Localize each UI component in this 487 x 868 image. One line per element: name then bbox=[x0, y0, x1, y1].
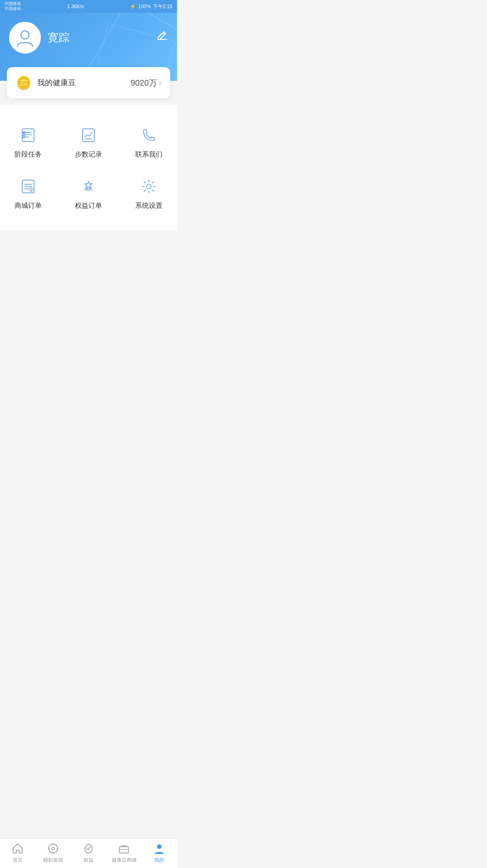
rights-order-label: 权益订单 bbox=[75, 201, 102, 210]
system-settings-icon bbox=[139, 177, 158, 196]
shop-order-icon bbox=[19, 177, 38, 196]
status-right: ⚡ 100% 下午2:15 bbox=[130, 3, 172, 10]
avatar[interactable] bbox=[9, 22, 41, 54]
step-record-label: 步数记录 bbox=[75, 150, 102, 159]
stage-task-icon bbox=[19, 126, 38, 145]
shop-order-label: 商城订单 bbox=[15, 201, 42, 210]
network-speed: 1.36K/s bbox=[67, 4, 84, 9]
menu-grid: 阶段任务 步数记录 联系我们 bbox=[0, 114, 177, 221]
status-bar: 中国移动 中国移动 1.36K/s ⚡ 100% 下午2:15 bbox=[0, 0, 177, 13]
menu-item-step-record[interactable]: 步数记录 bbox=[60, 119, 116, 166]
bluetooth-icon: ⚡ bbox=[130, 4, 136, 10]
bean-arrow-icon: › bbox=[159, 79, 161, 87]
svg-rect-5 bbox=[23, 132, 25, 133]
bean-card-left: 🪙 我的健康豆 bbox=[16, 75, 76, 90]
profile-left: 寛踪 bbox=[9, 22, 69, 54]
stage-task-label: 阶段任务 bbox=[15, 150, 42, 159]
menu-item-system-settings[interactable]: 系统设置 bbox=[121, 170, 177, 217]
svg-rect-7 bbox=[23, 136, 25, 138]
bean-label: 我的健康豆 bbox=[37, 78, 76, 88]
edit-button[interactable] bbox=[156, 30, 168, 45]
contact-us-label: 联系我们 bbox=[135, 150, 162, 159]
contact-us-icon bbox=[139, 126, 158, 145]
main-content: 阶段任务 步数记录 联系我们 bbox=[0, 105, 177, 230]
menu-item-shop-order[interactable]: 商城订单 bbox=[0, 170, 56, 217]
bean-value: 9020万 bbox=[131, 78, 157, 88]
bean-card-right: 9020万 › bbox=[131, 78, 161, 88]
svg-point-0 bbox=[21, 31, 29, 39]
rights-order-icon bbox=[79, 177, 98, 196]
bean-icon: 🪙 bbox=[16, 75, 32, 90]
menu-item-contact-us[interactable]: 联系我们 bbox=[121, 119, 177, 166]
step-record-icon bbox=[79, 126, 98, 145]
profile-row: 寛踪 bbox=[9, 22, 168, 54]
menu-item-stage-task[interactable]: 阶段任务 bbox=[0, 119, 56, 166]
svg-rect-6 bbox=[23, 134, 25, 136]
menu-item-rights-order[interactable]: 权益订单 bbox=[60, 170, 116, 217]
health-bean-card[interactable]: 🪙 我的健康豆 9020万 › bbox=[7, 67, 170, 98]
carrier-info: 中国移动 中国移动 bbox=[5, 1, 21, 11]
system-settings-label: 系统设置 bbox=[135, 201, 162, 210]
svg-point-18 bbox=[147, 184, 151, 189]
username: 寛踪 bbox=[48, 30, 69, 45]
